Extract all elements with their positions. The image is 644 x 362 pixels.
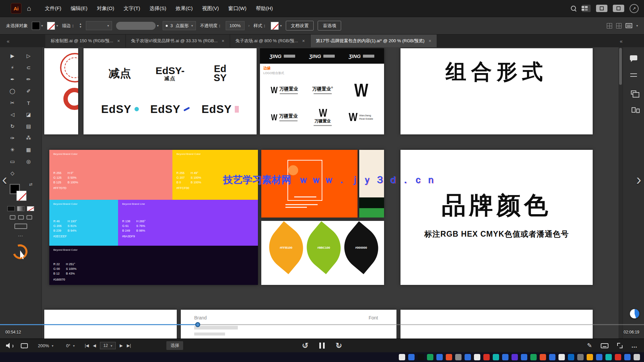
pause-button[interactable] [319, 343, 325, 349]
taskbar-app[interactable] [624, 354, 631, 360]
window-arrange-button[interactable] [596, 5, 607, 12]
search-icon[interactable] [571, 5, 577, 11]
properties-panel-button[interactable] [628, 70, 640, 80]
taskbar-app[interactable] [446, 354, 452, 360]
menu-item[interactable]: 对象(O) [93, 3, 118, 14]
zoom-tool[interactable]: ◎ [23, 157, 34, 166]
artboard-wanjiang-logos[interactable]: ƷING ƷING ƷING 边缘 LOGO组合形式 [260, 48, 384, 134]
taskbar-app[interactable] [418, 354, 424, 360]
close-icon[interactable]: × [302, 38, 305, 44]
gradient-mode-button[interactable] [17, 206, 24, 211]
change-screen-mode-button[interactable] [14, 224, 27, 229]
taskbar-app[interactable] [615, 354, 621, 360]
taskbar-app[interactable] [483, 354, 490, 360]
forward-30-button[interactable]: ↻ 30 [333, 340, 344, 351]
canvas[interactable]: 减点 EdSY- 减点 Ed SY EdSY EdSY [42, 47, 623, 339]
none-mode-button[interactable] [27, 206, 34, 211]
stroke-color-picker[interactable]: ▾ [47, 22, 58, 30]
artboard-brand-colors[interactable]: 品牌颜色 标注RGB HEX CMYK色值或者潘通色号 [400, 150, 593, 285]
taskbar-app[interactable] [521, 354, 527, 360]
graph-tool[interactable]: ▦ [23, 145, 34, 155]
screen-mode-fullscreen[interactable] [26, 215, 32, 220]
artboard-edsy-logos[interactable]: 减点 EdSY- 减点 Ed SY EdSY EdSY [84, 48, 257, 134]
taskbar-app[interactable] [512, 354, 518, 360]
panel-list-icon[interactable] [626, 23, 632, 28]
comments-panel-button[interactable] [628, 53, 640, 63]
document-tab-3[interactable]: 兔子农场.ai @ 800 % (RGB/预... × [230, 35, 311, 47]
style-swatch[interactable] [271, 22, 279, 30]
timeline-scrubber-handle[interactable] [195, 322, 200, 327]
screen-mode-normal[interactable] [10, 215, 15, 220]
taskbar-app[interactable] [587, 354, 593, 360]
fill-color-picker[interactable]: ▾ [32, 22, 43, 30]
artboard-stamp-logo[interactable] [44, 48, 78, 134]
annotate-icon[interactable]: ✎ [587, 342, 592, 349]
edit-toolbar-icon[interactable]: … [18, 232, 24, 238]
taskbar-app[interactable] [540, 354, 546, 360]
distribute-grid-icon[interactable] [616, 23, 622, 28]
brush-definition-dropdown[interactable]: ▾ [116, 22, 159, 30]
menu-item[interactable]: 选择(S) [146, 3, 170, 14]
home-icon[interactable]: ⌂ [27, 4, 31, 12]
blend-tool[interactable]: ⁂ [23, 133, 34, 143]
document-tab-2[interactable]: 兔子农场VI视觉品牌书.ai @ 33.33 % (RGB... × [126, 35, 230, 47]
artboard-leaf-swatches[interactable]: #FFB100 #8BC100 #000000 [261, 221, 384, 285]
gradient-tool[interactable]: ▤ [23, 122, 34, 131]
menu-item[interactable]: 帮助(H) [252, 3, 277, 14]
menu-item[interactable]: 效果(C) [172, 3, 197, 14]
workspace-switcher-icon[interactable] [582, 5, 591, 12]
artboard-tool[interactable]: ▭ [7, 157, 18, 166]
stroke-weight-stepper[interactable]: ▲ ▼ [79, 23, 82, 28]
artboard-number-dropdown[interactable]: 12 ▾ [100, 342, 115, 349]
document-tab-4-active[interactable]: 第17节-品牌提案包含的内容(1).ai* @ 200 % (RGB/预览) × [311, 35, 437, 47]
video-timeline[interactable] [0, 322, 644, 327]
scissors-tool[interactable]: ✂ [7, 98, 18, 108]
width-profile-dropdown[interactable]: 3 点圆形 ▾ [163, 21, 196, 30]
taskbar-app[interactable] [549, 354, 555, 360]
menu-item[interactable]: 文件(F) [41, 3, 65, 14]
taskbar-app[interactable] [455, 354, 462, 360]
artboard-color-palette[interactable]: Beyond Brand Color R 255 G 125 B 125H 0°… [49, 150, 258, 285]
reflect-tool[interactable]: ◁ [7, 110, 18, 119]
menu-item[interactable]: 文字(T) [120, 3, 144, 14]
ellipse-tool[interactable]: ◯ [7, 86, 18, 96]
fill-swatch[interactable] [32, 22, 40, 30]
swap-fill-stroke-icon[interactable]: ⇄ [29, 182, 33, 187]
stroke-weight-dropdown[interactable]: ▾ [86, 21, 112, 30]
perspective-grid-tool[interactable]: ◇ [7, 169, 18, 178]
zoom-level-dropdown[interactable]: 200% ▾ [35, 342, 56, 349]
previous-artboard-button[interactable]: ◀ [93, 343, 96, 348]
close-icon[interactable]: × [429, 38, 431, 44]
taskbar-app[interactable] [634, 354, 640, 360]
menu-item[interactable]: 窗口(W) [225, 3, 250, 14]
taskbar-app[interactable] [474, 354, 480, 360]
next-artboard-button[interactable]: ▶ [120, 343, 123, 348]
document-tab-1[interactable]: 标准制图.ai @ 150 % (RGB/预... × [45, 35, 126, 47]
more-options-icon[interactable]: … [631, 342, 638, 349]
menu-item[interactable]: 编辑(E) [67, 3, 91, 14]
window-restore-button[interactable] [613, 5, 624, 12]
exit-fullscreen-icon[interactable] [617, 343, 623, 348]
dock-collapse[interactable]: « [620, 35, 644, 47]
previous-video-chevron[interactable]: ‹ [2, 172, 7, 187]
type-tool[interactable]: T [23, 98, 34, 108]
align-grid-icon[interactable] [607, 23, 612, 28]
taskbar-app[interactable] [399, 354, 405, 360]
next-video-chevron[interactable]: › [636, 172, 641, 187]
artboard-combination-forms[interactable]: 组合形式 [400, 48, 593, 134]
style-dropdown[interactable]: ▾ [271, 22, 282, 30]
vertical-scrollbar[interactable] [619, 47, 623, 339]
color-mode-button[interactable] [7, 206, 15, 211]
curvature-tool[interactable]: ✏ [23, 75, 34, 84]
artboards-panel-button[interactable] [628, 105, 640, 115]
first-artboard-button[interactable]: |◀ [85, 343, 89, 348]
taskbar-app[interactable] [596, 354, 602, 360]
floating-widget[interactable] [630, 309, 639, 318]
taskbar-app[interactable] [408, 354, 415, 360]
menu-item[interactable]: 视图(V) [199, 3, 223, 14]
taskbar-app[interactable] [530, 354, 537, 360]
taskbar-app[interactable] [493, 354, 499, 360]
taskbar-app[interactable] [427, 354, 433, 360]
taskbar-app[interactable] [558, 354, 565, 360]
taskbar-app[interactable] [568, 354, 574, 360]
